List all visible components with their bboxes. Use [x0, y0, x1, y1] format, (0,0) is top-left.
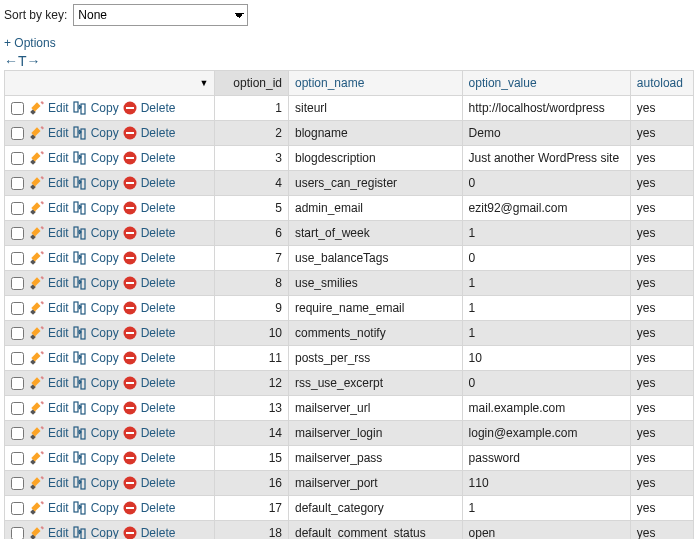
- cell-id: 9: [215, 296, 289, 321]
- row-checkbox[interactable]: [11, 402, 24, 415]
- edit-link[interactable]: Edit: [48, 501, 69, 515]
- delete-link[interactable]: Delete: [141, 376, 176, 390]
- cell-value: http://localhost/wordpress: [462, 96, 630, 121]
- delete-link[interactable]: Delete: [141, 501, 176, 515]
- t-anchor-icon[interactable]: T: [18, 53, 27, 69]
- delete-link[interactable]: Delete: [141, 401, 176, 415]
- row-checkbox[interactable]: [11, 202, 24, 215]
- col-option-id[interactable]: option_id: [215, 71, 289, 96]
- cell-value: 0: [462, 171, 630, 196]
- edit-link[interactable]: Edit: [48, 201, 69, 215]
- copy-link[interactable]: Copy: [91, 226, 119, 240]
- delete-link[interactable]: Delete: [141, 151, 176, 165]
- row-checkbox[interactable]: [11, 327, 24, 340]
- copy-link[interactable]: Copy: [91, 176, 119, 190]
- edit-link[interactable]: Edit: [48, 326, 69, 340]
- row-checkbox[interactable]: [11, 152, 24, 165]
- delete-icon: [123, 126, 137, 140]
- table-row: EditCopyDelete13mailserver_urlmail.examp…: [5, 396, 694, 421]
- delete-link[interactable]: Delete: [141, 426, 176, 440]
- edit-link[interactable]: Edit: [48, 126, 69, 140]
- cell-autoload: yes: [630, 396, 693, 421]
- copy-link[interactable]: Copy: [91, 501, 119, 515]
- row-checkbox[interactable]: [11, 252, 24, 265]
- table-row: EditCopyDelete6start_of_week1yes: [5, 221, 694, 246]
- row-checkbox[interactable]: [11, 352, 24, 365]
- cell-name: admin_email: [289, 196, 463, 221]
- row-checkbox[interactable]: [11, 452, 24, 465]
- edit-link[interactable]: Edit: [48, 376, 69, 390]
- delete-icon: [123, 351, 137, 365]
- delete-link[interactable]: Delete: [141, 226, 176, 240]
- row-checkbox[interactable]: [11, 527, 24, 540]
- copy-link[interactable]: Copy: [91, 451, 119, 465]
- row-checkbox[interactable]: [11, 427, 24, 440]
- delete-link[interactable]: Delete: [141, 301, 176, 315]
- cell-id: 10: [215, 321, 289, 346]
- delete-link[interactable]: Delete: [141, 351, 176, 365]
- pencil-icon: [30, 501, 44, 515]
- edit-link[interactable]: Edit: [48, 401, 69, 415]
- cell-autoload: yes: [630, 496, 693, 521]
- copy-link[interactable]: Copy: [91, 351, 119, 365]
- edit-link[interactable]: Edit: [48, 426, 69, 440]
- copy-link[interactable]: Copy: [91, 301, 119, 315]
- edit-link[interactable]: Edit: [48, 276, 69, 290]
- copy-link[interactable]: Copy: [91, 151, 119, 165]
- copy-link[interactable]: Copy: [91, 376, 119, 390]
- copy-link[interactable]: Copy: [91, 201, 119, 215]
- row-checkbox[interactable]: [11, 277, 24, 290]
- edit-link[interactable]: Edit: [48, 476, 69, 490]
- col-option-value[interactable]: option_value: [462, 71, 630, 96]
- edit-link[interactable]: Edit: [48, 176, 69, 190]
- copy-link[interactable]: Copy: [91, 126, 119, 140]
- edit-link[interactable]: Edit: [48, 251, 69, 265]
- row-checkbox[interactable]: [11, 177, 24, 190]
- col-option-name[interactable]: option_name: [289, 71, 463, 96]
- delete-link[interactable]: Delete: [141, 101, 176, 115]
- sort-key-select[interactable]: None: [73, 4, 248, 26]
- delete-link[interactable]: Delete: [141, 251, 176, 265]
- row-checkbox[interactable]: [11, 227, 24, 240]
- cell-id: 13: [215, 396, 289, 421]
- row-checkbox[interactable]: [11, 502, 24, 515]
- row-checkbox[interactable]: [11, 477, 24, 490]
- options-toggle[interactable]: + Options: [4, 36, 56, 50]
- col-autoload[interactable]: autoload: [630, 71, 693, 96]
- copy-link[interactable]: Copy: [91, 326, 119, 340]
- delete-link[interactable]: Delete: [141, 476, 176, 490]
- row-checkbox[interactable]: [11, 302, 24, 315]
- cell-id: 4: [215, 171, 289, 196]
- copy-link[interactable]: Copy: [91, 251, 119, 265]
- move-right-icon[interactable]: →: [27, 53, 41, 69]
- copy-link[interactable]: Copy: [91, 526, 119, 539]
- edit-link[interactable]: Edit: [48, 351, 69, 365]
- row-checkbox[interactable]: [11, 102, 24, 115]
- delete-link[interactable]: Delete: [141, 326, 176, 340]
- edit-link[interactable]: Edit: [48, 226, 69, 240]
- delete-link[interactable]: Delete: [141, 201, 176, 215]
- delete-link[interactable]: Delete: [141, 126, 176, 140]
- copy-link[interactable]: Copy: [91, 101, 119, 115]
- pencil-icon: [30, 176, 44, 190]
- delete-icon: [123, 151, 137, 165]
- delete-link[interactable]: Delete: [141, 451, 176, 465]
- edit-link[interactable]: Edit: [48, 151, 69, 165]
- delete-link[interactable]: Delete: [141, 526, 176, 539]
- row-checkbox[interactable]: [11, 377, 24, 390]
- edit-link[interactable]: Edit: [48, 526, 69, 539]
- edit-link[interactable]: Edit: [48, 301, 69, 315]
- delete-icon: [123, 201, 137, 215]
- edit-link[interactable]: Edit: [48, 451, 69, 465]
- table-row: EditCopyDelete12rss_use_excerpt0yes: [5, 371, 694, 396]
- copy-link[interactable]: Copy: [91, 401, 119, 415]
- delete-link[interactable]: Delete: [141, 276, 176, 290]
- copy-link[interactable]: Copy: [91, 276, 119, 290]
- copy-link[interactable]: Copy: [91, 476, 119, 490]
- edit-link[interactable]: Edit: [48, 101, 69, 115]
- copy-link[interactable]: Copy: [91, 426, 119, 440]
- cell-value: 0: [462, 246, 630, 271]
- delete-link[interactable]: Delete: [141, 176, 176, 190]
- row-checkbox[interactable]: [11, 127, 24, 140]
- move-left-icon[interactable]: ←: [4, 53, 18, 69]
